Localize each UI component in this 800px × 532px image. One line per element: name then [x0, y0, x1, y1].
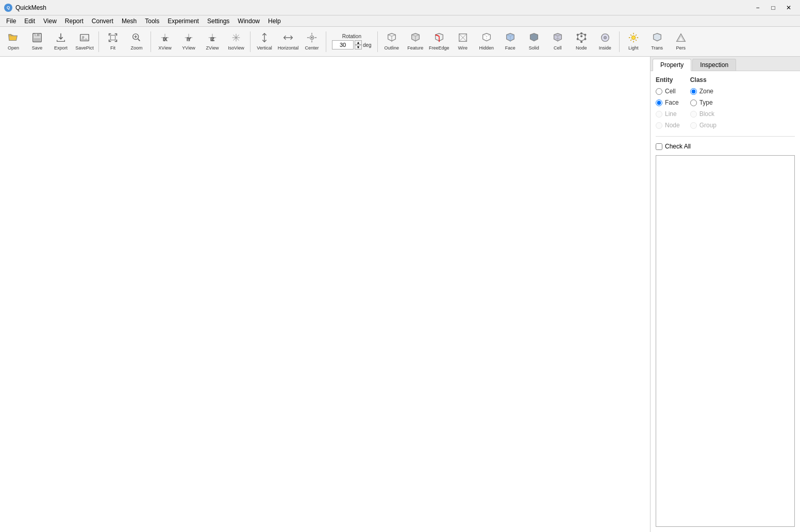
yview-button[interactable]: IY YView	[177, 28, 200, 55]
inside-button[interactable]: Inside	[594, 28, 616, 55]
menu-edit[interactable]: Edit	[20, 15, 39, 27]
save-button[interactable]: Save	[26, 28, 48, 55]
inside-label: Inside	[599, 46, 611, 51]
tab-property[interactable]: Property	[653, 59, 691, 71]
entity-line-option[interactable]: Line	[656, 109, 680, 119]
outline-button[interactable]: Outline	[380, 28, 403, 55]
menu-convert[interactable]: Convert	[88, 15, 118, 27]
zoom-button[interactable]: Zoom	[125, 28, 148, 55]
horizontal-label: Horizontal	[278, 46, 299, 51]
vertical-icon	[259, 32, 270, 45]
solid-icon	[528, 32, 540, 45]
rotation-up-button[interactable]: ▲	[355, 40, 362, 45]
section-divider-1	[656, 136, 795, 137]
trans-button[interactable]: Trans	[646, 28, 669, 55]
menu-report[interactable]: Report	[61, 15, 88, 27]
entity-face-option[interactable]: Face	[656, 98, 680, 107]
class-type-label: Type	[699, 99, 713, 106]
feature-label: Feature	[407, 46, 423, 51]
toolbar-sep-5	[377, 31, 378, 52]
outline-label: Outline	[384, 46, 399, 51]
vertical-button[interactable]: Vertical	[253, 28, 276, 55]
isoview-icon	[230, 32, 242, 45]
xview-button[interactable]: IX XView	[154, 28, 176, 55]
menu-settings[interactable]: Settings	[203, 15, 234, 27]
isoview-label: IsoView	[228, 46, 244, 51]
isoview-button[interactable]: IsoView	[225, 28, 247, 55]
menu-mesh[interactable]: Mesh	[118, 15, 141, 27]
list-area[interactable]	[656, 155, 795, 527]
entity-cell-option[interactable]: Cell	[656, 87, 680, 96]
fit-icon	[107, 32, 119, 45]
face-button[interactable]: Face	[499, 28, 522, 55]
menu-view[interactable]: View	[39, 15, 61, 27]
class-type-radio[interactable]	[690, 99, 697, 106]
entity-cell-radio[interactable]	[656, 88, 662, 95]
feature-button[interactable]: Feature	[404, 28, 427, 55]
export-button[interactable]: Export	[49, 28, 72, 55]
hidden-button[interactable]: Hidden	[475, 28, 498, 55]
rotation-input[interactable]	[332, 40, 354, 49]
light-button[interactable]: Light	[622, 28, 645, 55]
savepict-icon	[79, 32, 90, 45]
entity-node-radio[interactable]	[656, 122, 662, 129]
solid-button[interactable]: Solid	[523, 28, 545, 55]
inside-icon	[599, 32, 611, 45]
light-icon	[628, 32, 639, 45]
toolbar-sep-1	[98, 31, 99, 52]
pers-icon	[675, 32, 687, 45]
menu-tools[interactable]: Tools	[141, 15, 163, 27]
class-type-option[interactable]: Type	[690, 98, 716, 107]
horizontal-icon	[282, 32, 294, 45]
center-button[interactable]: Center	[301, 28, 323, 55]
wire-button[interactable]: Wire	[452, 28, 474, 55]
entity-node-option[interactable]: Node	[656, 121, 680, 130]
svg-rect-4	[36, 34, 37, 36]
rotation-control: Rotation ▲ ▼ deg	[329, 28, 375, 55]
xview-icon: IX	[159, 32, 171, 45]
class-zone-option[interactable]: Zone	[690, 87, 716, 96]
cell-button[interactable]: Cell	[546, 28, 569, 55]
pers-label: Pers	[676, 46, 686, 51]
svg-point-16	[580, 32, 582, 34]
check-all-checkbox[interactable]	[656, 143, 662, 150]
fit-button[interactable]: Fit	[102, 28, 124, 55]
viewport[interactable]	[0, 57, 651, 532]
entity-line-radio[interactable]	[656, 111, 662, 118]
svg-point-18	[585, 38, 586, 40]
fit-label: Fit	[110, 46, 115, 51]
savepict-button[interactable]: SavePict	[73, 28, 96, 55]
class-block-radio[interactable]	[690, 111, 697, 118]
tab-inspection[interactable]: Inspection	[692, 59, 736, 71]
tabs: Property Inspection	[651, 57, 800, 71]
title-bar: Q QuickMesh − □ ✕	[0, 0, 800, 15]
menu-window[interactable]: Window	[234, 15, 264, 27]
center-icon	[306, 32, 318, 45]
menu-experiment[interactable]: Experiment	[163, 15, 203, 27]
menu-file[interactable]: File	[2, 15, 20, 27]
main-layout: Property Inspection Entity Cell Face	[0, 57, 800, 532]
open-button[interactable]: Open	[2, 28, 25, 55]
maximize-button[interactable]: □	[766, 3, 780, 13]
freeedge-button[interactable]: FreeEdge	[428, 28, 451, 55]
entity-face-label: Face	[665, 99, 679, 106]
class-block-option[interactable]: Block	[690, 109, 716, 119]
node-button[interactable]: Node	[570, 28, 593, 55]
rotation-down-button[interactable]: ▼	[355, 45, 362, 49]
panel-content: Entity Cell Face Line N	[651, 71, 800, 532]
class-zone-radio[interactable]	[690, 88, 697, 95]
solid-label: Solid	[529, 46, 539, 51]
entity-title: Entity	[656, 76, 680, 84]
zview-button[interactable]: IZ ZView	[201, 28, 224, 55]
entity-class-row: Entity Cell Face Line N	[656, 76, 795, 130]
title-bar-left: Q QuickMesh	[4, 4, 46, 12]
open-label: Open	[8, 46, 19, 51]
class-group-option[interactable]: Group	[690, 121, 716, 130]
horizontal-button[interactable]: Horizontal	[277, 28, 299, 55]
class-group-radio[interactable]	[690, 122, 697, 129]
menu-help[interactable]: Help	[264, 15, 285, 27]
entity-face-radio[interactable]	[656, 99, 662, 106]
close-button[interactable]: ✕	[781, 3, 796, 13]
minimize-button[interactable]: −	[751, 3, 765, 13]
pers-button[interactable]: Pers	[670, 28, 692, 55]
